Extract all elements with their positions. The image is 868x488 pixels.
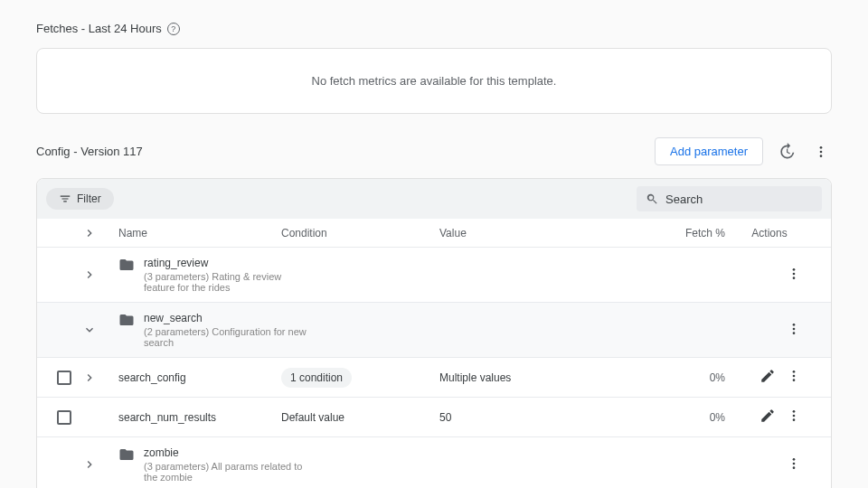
param-fetch: 0% xyxy=(656,411,738,424)
param-name: search_num_results xyxy=(118,411,281,424)
param-value: 50 xyxy=(439,411,656,424)
group-description: (2 parameters) Configuration for new sea… xyxy=(144,326,307,348)
expand-all-chevron[interactable] xyxy=(82,226,118,240)
chevron-right-icon[interactable] xyxy=(82,371,118,385)
filter-label: Filter xyxy=(77,192,101,205)
param-value: Multiple values xyxy=(439,371,656,384)
svg-point-0 xyxy=(820,146,823,149)
col-fetch: Fetch % xyxy=(656,227,738,239)
fetches-title-text: Fetches - Last 24 Hours xyxy=(36,22,162,35)
svg-point-1 xyxy=(820,150,823,153)
param-condition: Default value xyxy=(281,411,439,424)
svg-point-11 xyxy=(793,379,796,381)
filter-button[interactable]: Filter xyxy=(46,188,114,210)
param-row[interactable]: search_num_resultsDefault value500% xyxy=(37,398,831,437)
config-table: Filter Name Condition Value Fetch % Acti… xyxy=(36,178,832,488)
group-row[interactable]: zombie(3 parameters) All params related … xyxy=(37,437,831,488)
param-row[interactable]: search_config1 conditionMultiple values0… xyxy=(37,358,831,398)
svg-point-3 xyxy=(793,268,796,271)
folder-icon xyxy=(118,312,135,331)
overflow-menu-icon[interactable] xyxy=(810,141,832,163)
condition-text: Default value xyxy=(281,411,344,424)
svg-point-7 xyxy=(793,327,796,330)
svg-point-8 xyxy=(793,332,796,334)
col-name: Name xyxy=(118,227,281,239)
folder-icon xyxy=(118,257,135,276)
search-icon xyxy=(646,192,658,206)
add-parameter-button[interactable]: Add parameter xyxy=(655,137,763,165)
row-more-icon[interactable] xyxy=(787,456,801,474)
svg-point-4 xyxy=(793,272,796,275)
row-more-icon[interactable] xyxy=(787,408,801,426)
search-input[interactable] xyxy=(665,192,813,206)
svg-point-5 xyxy=(793,277,796,279)
group-name: zombie xyxy=(144,446,307,459)
svg-point-16 xyxy=(793,462,796,465)
col-value: Value xyxy=(439,227,656,239)
history-icon[interactable] xyxy=(776,141,797,163)
svg-point-14 xyxy=(793,418,796,421)
fetches-empty-card: No fetch metrics are available for this … xyxy=(36,48,832,114)
config-title: Config - Version 117 xyxy=(36,145,143,158)
chevron-right-icon[interactable] xyxy=(82,457,118,472)
edit-icon[interactable] xyxy=(760,368,776,387)
svg-point-6 xyxy=(793,324,796,326)
group-description: (3 parameters) Rating & review feature f… xyxy=(144,271,307,293)
group-row[interactable]: new_search(2 parameters) Configuration f… xyxy=(37,303,831,358)
search-box[interactable] xyxy=(637,186,822,211)
folder-icon xyxy=(118,446,135,465)
svg-point-15 xyxy=(793,458,796,461)
col-actions: Actions xyxy=(738,227,801,239)
chevron-right-icon[interactable] xyxy=(82,267,118,282)
param-condition: 1 condition xyxy=(281,368,439,388)
svg-point-10 xyxy=(793,375,796,378)
svg-point-9 xyxy=(793,371,796,373)
row-checkbox[interactable] xyxy=(57,410,71,425)
chevron-down-icon[interactable] xyxy=(82,323,118,337)
svg-point-13 xyxy=(793,415,796,418)
fetches-empty-text: No fetch metrics are available for this … xyxy=(312,74,557,88)
param-fetch: 0% xyxy=(656,371,738,384)
edit-icon[interactable] xyxy=(760,408,776,427)
row-more-icon[interactable] xyxy=(787,267,801,284)
group-row[interactable]: rating_review(3 parameters) Rating & rev… xyxy=(37,248,831,303)
row-more-icon[interactable] xyxy=(787,322,801,339)
condition-chip[interactable]: 1 condition xyxy=(281,368,352,388)
param-name: search_config xyxy=(118,371,281,384)
group-name: new_search xyxy=(144,312,307,324)
row-checkbox[interactable] xyxy=(57,371,71,385)
svg-point-17 xyxy=(793,466,796,469)
col-condition: Condition xyxy=(281,227,439,239)
group-description: (3 parameters) All params related to the… xyxy=(144,461,307,483)
group-name: rating_review xyxy=(144,257,307,269)
fetches-title: Fetches - Last 24 Hours ? xyxy=(36,22,832,35)
filter-icon xyxy=(59,192,71,205)
svg-point-12 xyxy=(793,410,796,413)
help-icon[interactable]: ? xyxy=(167,23,180,35)
table-header: Name Condition Value Fetch % Actions xyxy=(37,219,831,248)
svg-point-2 xyxy=(820,155,823,157)
row-more-icon[interactable] xyxy=(787,369,801,386)
